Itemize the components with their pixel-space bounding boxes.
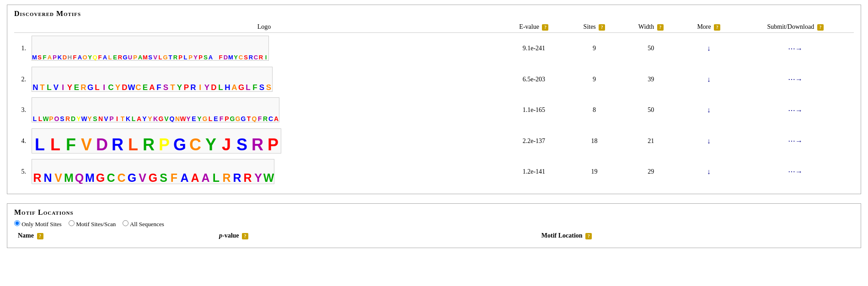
more-link-4[interactable]: ↓: [707, 137, 711, 145]
sites-help-icon[interactable]: ?: [599, 24, 605, 31]
width-4: 21: [621, 126, 680, 156]
sites-1: 9: [568, 33, 621, 64]
logo-cell-5[interactable]: RNVMQMGCCGVGSFAAALRRRYW: [28, 156, 500, 187]
motif-locations-section: Motif Locations Only Motif Sites Motif S…: [7, 203, 861, 248]
col-num-header: [14, 21, 28, 33]
radio-all-label[interactable]: All Sequences: [123, 221, 164, 228]
submit-header-label: Submit/Download: [767, 23, 814, 30]
name-help-icon[interactable]: ?: [37, 233, 43, 239]
table-row: 3.LLWPOSRDYWYSNVPITKLAYYKGVQNWYEYGLEFPGG…: [14, 95, 854, 126]
discovered-motifs-section: Discovered Motifs Logo E-value ? Sites ?: [7, 5, 861, 194]
more-header-label: More: [697, 23, 711, 30]
sites-header-label: Sites: [584, 23, 596, 30]
width-3: 50: [621, 95, 680, 126]
row-num-3: 3.: [14, 95, 28, 126]
width-header-label: Width: [638, 23, 654, 30]
width-help-icon[interactable]: ?: [657, 24, 664, 31]
submit-link-2[interactable]: ⋯→: [788, 75, 803, 83]
loc-motif-header: Motif Location ?: [279, 231, 854, 241]
row-num-4: 4.: [14, 126, 28, 156]
logo-cell-2[interactable]: NTLVIYERGLICYDWCEAFSTYPRIYDLHAGLFSS: [28, 64, 500, 95]
motif-logo-4: LLFVDRLRPGCYJSRP: [32, 128, 281, 154]
submit-2[interactable]: ⋯→: [737, 64, 854, 95]
sites-3: 8: [568, 95, 621, 126]
pval-help-icon[interactable]: ?: [242, 233, 248, 239]
evalue-1: 9.1e-241: [500, 33, 568, 64]
pval-dash: -value: [222, 232, 239, 239]
more-5[interactable]: ↓: [680, 156, 737, 187]
evalue-5: 1.2e-141: [500, 156, 568, 187]
radio-only-text: Only Motif Sites: [21, 221, 61, 228]
width-5: 29: [621, 156, 680, 187]
evalue-2: 6.5e-203: [500, 64, 568, 95]
logo-cell-1[interactable]: MSFAPKDHFAOYQFALERGUPAMSVLGTRPLPYPSA FDM…: [28, 33, 500, 64]
more-link-5[interactable]: ↓: [707, 168, 711, 175]
radio-group: Only Motif Sites Motif Sites/Scan All Se…: [14, 220, 854, 228]
evalue-3: 1.1e-165: [500, 95, 568, 126]
col-submit-header: Submit/Download ?: [737, 21, 854, 33]
motif-loc-help-icon[interactable]: ?: [585, 233, 592, 239]
motif-logo-2: NTLVIYERGLICYDWCEAFSTYPRIYDLHAGLFSS: [32, 67, 273, 92]
row-num-2: 2.: [14, 64, 28, 95]
loc-pval-header: p-value ?: [188, 231, 279, 241]
row-num-1: 1.: [14, 33, 28, 64]
radio-scan[interactable]: [69, 220, 75, 226]
row-num-5: 5.: [14, 156, 28, 187]
table-row: 1.MSFAPKDHFAOYQFALERGUPAMSVLGTRPLPYPSA F…: [14, 33, 854, 64]
submit-link-4[interactable]: ⋯→: [788, 137, 803, 145]
pval-italic: p: [219, 232, 222, 239]
radio-scan-text: Motif Sites/Scan: [76, 221, 116, 228]
logo-cell-4[interactable]: LLFVDRLRPGCYJSRP: [28, 126, 500, 156]
radio-all[interactable]: [123, 220, 129, 226]
discovered-motifs-title: Discovered Motifs: [14, 10, 854, 18]
table-row: 2.NTLVIYERGLICYDWCEAFSTYPRIYDLHAGLFSS6.5…: [14, 64, 854, 95]
width-1: 50: [621, 33, 680, 64]
motifs-table: Logo E-value ? Sites ? Width ?: [14, 21, 854, 187]
motif-locations-title: Motif Locations: [14, 208, 854, 217]
more-4[interactable]: ↓: [680, 126, 737, 156]
radio-only[interactable]: [14, 220, 20, 226]
radio-only-label[interactable]: Only Motif Sites: [14, 221, 63, 228]
more-2[interactable]: ↓: [680, 64, 737, 95]
submit-link-3[interactable]: ⋯→: [788, 106, 803, 114]
submit-link-1[interactable]: ⋯→: [788, 45, 803, 53]
col-logo-header: Logo: [28, 21, 500, 33]
evalue-help-icon[interactable]: ?: [542, 24, 548, 31]
locations-table: Name ? p-value ? Motif Location ?: [14, 231, 854, 241]
name-header-label: Name: [18, 232, 34, 239]
more-1[interactable]: ↓: [680, 33, 737, 64]
col-evalue-header: E-value ?: [500, 21, 568, 33]
sites-2: 9: [568, 64, 621, 95]
table-row: 4.LLFVDRLRPGCYJSRP2.2e-1371821↓⋯→: [14, 126, 854, 156]
sites-4: 18: [568, 126, 621, 156]
more-link-1[interactable]: ↓: [707, 44, 711, 52]
submit-4[interactable]: ⋯→: [737, 126, 854, 156]
motif-location-header-label: Motif Location: [541, 232, 583, 239]
submit-3[interactable]: ⋯→: [737, 95, 854, 126]
more-link-2[interactable]: ↓: [707, 75, 711, 83]
col-width-header: Width ?: [621, 21, 680, 33]
sites-5: 19: [568, 156, 621, 187]
col-sites-header: Sites ?: [568, 21, 621, 33]
motif-logo-5: RNVMQMGCCGVGSFAAALRRRYW: [32, 159, 274, 184]
submit-1[interactable]: ⋯→: [737, 33, 854, 64]
radio-all-text: All Sequences: [130, 221, 164, 228]
more-3[interactable]: ↓: [680, 95, 737, 126]
submit-link-5[interactable]: ⋯→: [788, 168, 803, 175]
evalue-header-label: E-value: [519, 23, 539, 30]
logo-cell-3[interactable]: LLWPOSRDYWYSNVPITKLAYYKGVQNWYEYGLEFPGGGT…: [28, 95, 500, 126]
motif-logo-1: MSFAPKDHFAOYQFALERGUPAMSVLGTRPLPYPSA FDM…: [32, 36, 269, 61]
loc-name-header: Name ?: [14, 231, 188, 241]
evalue-4: 2.2e-137: [500, 126, 568, 156]
width-2: 39: [621, 64, 680, 95]
logo-header-label: Logo: [257, 23, 271, 30]
motif-logo-3: LLWPOSRDYWYSNVPITKLAYYKGVQNWYEYGLEFPGGGT…: [32, 97, 279, 122]
submit-help-icon[interactable]: ?: [817, 24, 824, 31]
col-more-header: More ?: [680, 21, 737, 33]
radio-scan-label[interactable]: Motif Sites/Scan: [69, 221, 118, 228]
more-help-icon[interactable]: ?: [714, 24, 720, 31]
more-link-3[interactable]: ↓: [707, 106, 711, 114]
page-wrapper: Discovered Motifs Logo E-value ? Sites ?: [0, 0, 868, 253]
table-row: 5.RNVMQMGCCGVGSFAAALRRRYW1.2e-1411929↓⋯→: [14, 156, 854, 187]
submit-5[interactable]: ⋯→: [737, 156, 854, 187]
